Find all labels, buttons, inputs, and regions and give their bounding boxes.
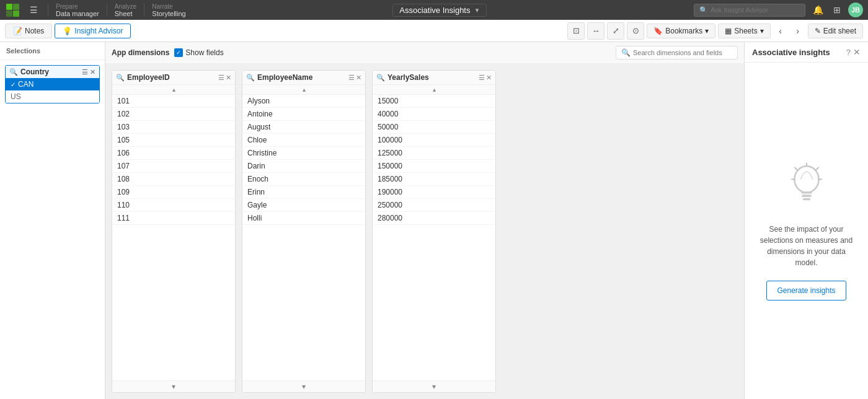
list-item[interactable]: 102 (112, 108, 235, 121)
list-item[interactable]: 280000 (373, 212, 495, 225)
employee-id-menu-icon[interactable]: ☰ (218, 74, 224, 82)
bell-icon[interactable]: 🔔 (810, 4, 826, 16)
app-title-text: Associative Insights (399, 6, 470, 15)
list-item[interactable]: 250000 (373, 199, 495, 212)
filter-list-icon[interactable]: ☰ (82, 68, 88, 76)
lock-tool-icon[interactable]: ↔ (587, 22, 604, 40)
bulb-icon (782, 162, 831, 211)
list-item[interactable]: 15000 (373, 95, 495, 108)
prev-sheet-arrow[interactable]: ‹ (773, 24, 788, 38)
yearly-sales-clear-icon[interactable]: ✕ (486, 74, 492, 82)
insight-search-box[interactable]: 🔍 (694, 4, 805, 17)
main-area: Selections 🔍 Country ☰ ✕ ✓ CAN US (0, 42, 868, 399)
yearly-sales-footer: ▾ (373, 380, 495, 392)
employee-name-column: 🔍 EmployeeName ☰ ✕ ▴ Alyson Antoine Augu… (242, 70, 366, 393)
edit-icon: ✎ (815, 27, 821, 35)
employee-id-down-arrow[interactable]: ▾ (115, 382, 232, 391)
employee-id-up-arrow[interactable]: ▴ (112, 85, 235, 95)
list-item[interactable]: 50000 (373, 121, 495, 134)
yearly-sales-actions: ☰ ✕ (479, 74, 492, 82)
up-chevron-icon: ▴ (303, 86, 306, 93)
list-item[interactable]: Gayle (242, 199, 365, 212)
show-fields-checkbox[interactable]: ✓ Show fields (174, 48, 223, 57)
filter-item-label: US (11, 92, 21, 101)
divider-3 (144, 4, 144, 16)
insight-search-input[interactable] (711, 6, 797, 14)
list-item[interactable]: Enoch (242, 173, 365, 186)
filter-item-label: CAN (18, 80, 33, 89)
employee-name-up-arrow[interactable]: ▴ (242, 85, 365, 95)
prepare-label: Prepare (56, 3, 99, 10)
list-item[interactable]: 108 (112, 173, 235, 186)
list-item[interactable]: Darin (242, 160, 365, 173)
list-item[interactable]: 150000 (373, 160, 495, 173)
list-item[interactable]: 190000 (373, 186, 495, 199)
bookmarks-button[interactable]: 🔖 Bookmarks ▾ (647, 24, 715, 38)
list-item[interactable]: 40000 (373, 108, 495, 121)
notes-tab[interactable]: 📝 Notes (5, 24, 52, 38)
sheets-chevron: ▾ (760, 27, 764, 35)
svg-line-9 (816, 167, 818, 169)
snap-tool-icon[interactable]: ⊡ (567, 22, 585, 40)
yearly-sales-search-icon: 🔍 (376, 74, 385, 82)
list-item[interactable]: 109 (112, 186, 235, 199)
user-avatar[interactable]: JB (848, 2, 863, 17)
fullscreen-tool-icon[interactable]: ⊙ (627, 22, 644, 40)
list-item[interactable]: 125000 (373, 147, 495, 160)
filter-item-can[interactable]: ✓ CAN (6, 78, 99, 90)
employee-id-clear-icon[interactable]: ✕ (226, 74, 231, 82)
menu-icon[interactable]: ☰ (27, 4, 40, 16)
selections-header: Selections (0, 42, 105, 60)
yearly-sales-down-arrow[interactable]: ▾ (375, 382, 493, 391)
filter-clear-icon[interactable]: ✕ (90, 68, 95, 76)
svg-rect-0 (6, 4, 12, 10)
dims-search-input[interactable] (633, 49, 732, 56)
insight-advisor-tab[interactable]: 💡 Insight Advisor (55, 24, 131, 38)
right-panel: Associative insights ? ✕ (744, 42, 868, 399)
next-sheet-arrow[interactable]: › (790, 24, 805, 38)
list-item[interactable]: Alyson (242, 95, 365, 108)
list-item[interactable]: 100000 (373, 134, 495, 147)
divider-2 (107, 4, 107, 16)
app-title-dropdown[interactable]: Associative Insights ▼ (392, 4, 487, 17)
list-item[interactable]: Antoine (242, 108, 365, 121)
insights-header: Associative insights ? ✕ (745, 42, 868, 63)
list-item[interactable]: 111 (112, 212, 235, 225)
yearly-sales-menu-icon[interactable]: ☰ (479, 74, 485, 82)
list-item[interactable]: 105 (112, 134, 235, 147)
list-item[interactable]: Erinn (242, 186, 365, 199)
list-item[interactable]: Holli (242, 212, 365, 225)
divider-1 (48, 4, 48, 16)
dims-search-box[interactable]: 🔍 (616, 46, 738, 59)
filter-actions: ☰ ✕ (82, 68, 95, 76)
yearly-sales-up-arrow[interactable]: ▴ (373, 85, 495, 95)
list-item[interactable]: 103 (112, 121, 235, 134)
svg-rect-1 (13, 4, 19, 10)
insights-help-icon[interactable]: ? (846, 48, 851, 57)
list-item[interactable]: 101 (112, 95, 235, 108)
grid-icon[interactable]: ⊞ (831, 4, 843, 16)
insights-title: Associative insights (752, 48, 844, 57)
svg-rect-3 (13, 11, 19, 17)
sheets-label: Sheets (734, 27, 757, 35)
employee-name-clear-icon[interactable]: ✕ (356, 74, 361, 82)
list-item[interactable]: 185000 (373, 173, 495, 186)
list-item[interactable]: August (242, 121, 365, 134)
list-item[interactable]: 106 (112, 147, 235, 160)
app-logo (5, 2, 20, 17)
sheets-icon: ▦ (725, 27, 732, 35)
employee-name-down-arrow[interactable]: ▾ (245, 382, 363, 391)
list-item[interactable]: 107 (112, 160, 235, 173)
list-item[interactable]: Chloe (242, 134, 365, 147)
toolbar2: 📝 Notes 💡 Insight Advisor ⊡ ↔ ⤢ ⊙ 🔖 Book… (0, 20, 868, 42)
insights-close-icon[interactable]: ✕ (853, 47, 861, 57)
list-item[interactable]: 110 (112, 199, 235, 212)
filter-item-us[interactable]: US (6, 90, 99, 103)
generate-insights-button[interactable]: Generate insights (766, 281, 846, 300)
edit-sheet-button[interactable]: ✎ Edit sheet (808, 24, 863, 38)
employee-name-menu-icon[interactable]: ☰ (348, 74, 355, 82)
list-item[interactable]: Christine (242, 147, 365, 160)
sheets-button[interactable]: ▦ Sheets ▾ (718, 24, 770, 38)
narrate-section: Narrate Storytelling (152, 3, 185, 17)
fit-tool-icon[interactable]: ⤢ (607, 22, 624, 40)
